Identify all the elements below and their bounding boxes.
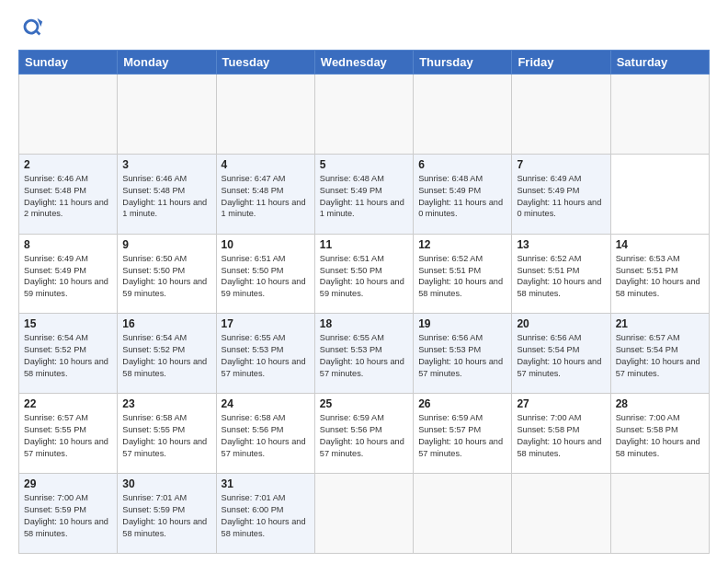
calendar-cell: 5 Sunrise: 6:48 AMSunset: 5:49 PMDayligh… [314,154,413,234]
day-number: 31 [222,477,310,490]
cell-info: Sunrise: 6:52 AMSunset: 5:51 PMDaylight:… [517,254,601,299]
cell-info: Sunrise: 6:59 AMSunset: 5:57 PMDaylight:… [418,413,503,458]
calendar-cell: 22 Sunrise: 6:57 AMSunset: 5:55 PMDaylig… [19,394,118,474]
logo [18,15,48,40]
calendar-cell [314,75,413,155]
cell-info: Sunrise: 6:54 AMSunset: 5:52 PMDaylight:… [122,333,207,378]
cell-info: Sunrise: 6:55 AMSunset: 5:53 PMDaylight:… [222,333,306,378]
day-number: 28 [616,397,704,410]
day-number: 11 [320,238,408,251]
day-number: 18 [320,317,408,330]
calendar-cell [610,474,709,554]
day-number: 26 [418,397,506,410]
day-number: 17 [222,317,310,330]
calendar-cell: 18 Sunrise: 6:55 AMSunset: 5:53 PMDaylig… [314,314,413,394]
calendar-cell: 25 Sunrise: 6:59 AMSunset: 5:56 PMDaylig… [314,394,413,474]
calendar-table: SundayMondayTuesdayWednesdayThursdayFrid… [18,50,710,554]
cell-info: Sunrise: 6:58 AMSunset: 5:55 PMDaylight:… [122,413,207,458]
calendar-cell: 14 Sunrise: 6:53 AMSunset: 5:51 PMDaylig… [610,234,709,314]
calendar-cell: 26 Sunrise: 6:59 AMSunset: 5:57 PMDaylig… [414,394,512,474]
day-number: 25 [320,397,408,410]
day-number: 16 [122,317,210,330]
day-header-saturday: Saturday [610,51,709,75]
day-header-monday: Monday [118,51,216,75]
cell-info: Sunrise: 6:49 AMSunset: 5:49 PMDaylight:… [517,174,601,219]
calendar-cell: 7 Sunrise: 6:49 AMSunset: 5:49 PMDayligh… [512,154,610,234]
calendar-cell: 15 Sunrise: 6:54 AMSunset: 5:52 PMDaylig… [19,314,118,394]
calendar-cell: 23 Sunrise: 6:58 AMSunset: 5:55 PMDaylig… [118,394,216,474]
day-header-thursday: Thursday [414,51,512,75]
day-number: 13 [517,238,605,251]
cell-info: Sunrise: 6:47 AMSunset: 5:48 PMDaylight:… [222,174,306,219]
calendar-cell: 30 Sunrise: 7:01 AMSunset: 5:59 PMDaylig… [118,474,216,554]
day-number: 30 [122,477,210,490]
calendar-header-row: SundayMondayTuesdayWednesdayThursdayFrid… [19,51,710,75]
cell-info: Sunrise: 7:01 AMSunset: 5:59 PMDaylight:… [122,493,207,538]
cell-info: Sunrise: 6:56 AMSunset: 5:53 PMDaylight:… [418,333,503,378]
cell-info: Sunrise: 6:57 AMSunset: 5:54 PMDaylight:… [616,333,700,378]
calendar-cell: 2 Sunrise: 6:46 AMSunset: 5:48 PMDayligh… [19,154,118,234]
calendar-cell [414,75,512,155]
cell-info: Sunrise: 6:54 AMSunset: 5:52 PMDaylight:… [24,333,108,378]
calendar-cell: 21 Sunrise: 6:57 AMSunset: 5:54 PMDaylig… [610,314,709,394]
cell-info: Sunrise: 6:57 AMSunset: 5:55 PMDaylight:… [24,413,108,458]
day-number: 22 [24,397,112,410]
week-row-3: 8 Sunrise: 6:49 AMSunset: 5:49 PMDayligh… [19,234,710,314]
calendar-cell [512,75,610,155]
day-header-wednesday: Wednesday [314,51,413,75]
cell-info: Sunrise: 6:52 AMSunset: 5:51 PMDaylight:… [418,254,503,299]
day-number: 2 [24,158,112,171]
calendar-cell: 12 Sunrise: 6:52 AMSunset: 5:51 PMDaylig… [414,234,512,314]
day-number: 29 [24,477,112,490]
day-number: 12 [418,238,506,251]
cell-info: Sunrise: 6:50 AMSunset: 5:50 PMDaylight:… [122,254,207,299]
calendar-cell [414,474,512,554]
week-row-6: 29 Sunrise: 7:00 AMSunset: 5:59 PMDaylig… [19,474,710,554]
day-number: 8 [24,238,112,251]
calendar-cell: 4 Sunrise: 6:47 AMSunset: 5:48 PMDayligh… [216,154,314,234]
day-number: 9 [122,238,210,251]
day-number: 15 [24,317,112,330]
day-number: 7 [517,158,605,171]
cell-info: Sunrise: 6:59 AMSunset: 5:56 PMDaylight:… [320,413,404,458]
day-number: 21 [616,317,704,330]
week-row-4: 15 Sunrise: 6:54 AMSunset: 5:52 PMDaylig… [19,314,710,394]
cell-info: Sunrise: 6:55 AMSunset: 5:53 PMDaylight:… [320,333,404,378]
calendar-cell: 6 Sunrise: 6:48 AMSunset: 5:49 PMDayligh… [414,154,512,234]
day-number: 24 [222,397,310,410]
cell-info: Sunrise: 6:49 AMSunset: 5:49 PMDaylight:… [24,254,108,299]
day-header-sunday: Sunday [19,51,118,75]
calendar-cell [610,75,709,155]
calendar-cell [216,75,314,155]
calendar-cell: 29 Sunrise: 7:00 AMSunset: 5:59 PMDaylig… [19,474,118,554]
day-number: 27 [517,397,605,410]
calendar-cell [512,474,610,554]
day-number: 3 [122,158,210,171]
page: SundayMondayTuesdayWednesdayThursdayFrid… [0,0,728,563]
day-header-tuesday: Tuesday [216,51,314,75]
cell-info: Sunrise: 6:46 AMSunset: 5:48 PMDaylight:… [24,174,108,219]
day-number: 5 [320,158,408,171]
cell-info: Sunrise: 7:00 AMSunset: 5:58 PMDaylight:… [517,413,601,458]
cell-info: Sunrise: 6:53 AMSunset: 5:51 PMDaylight:… [616,254,700,299]
cell-info: Sunrise: 6:56 AMSunset: 5:54 PMDaylight:… [517,333,601,378]
calendar-cell: 20 Sunrise: 6:56 AMSunset: 5:54 PMDaylig… [512,314,610,394]
week-row-5: 22 Sunrise: 6:57 AMSunset: 5:55 PMDaylig… [19,394,710,474]
cell-info: Sunrise: 7:00 AMSunset: 5:59 PMDaylight:… [24,493,108,538]
day-number: 19 [418,317,506,330]
week-row-2: 2 Sunrise: 6:46 AMSunset: 5:48 PMDayligh… [19,154,710,234]
calendar-cell: 8 Sunrise: 6:49 AMSunset: 5:49 PMDayligh… [19,234,118,314]
cell-info: Sunrise: 6:48 AMSunset: 5:49 PMDaylight:… [320,174,404,219]
day-number: 14 [616,238,704,251]
calendar-cell: 31 Sunrise: 7:01 AMSunset: 6:00 PMDaylig… [216,474,314,554]
calendar-cell: 28 Sunrise: 7:00 AMSunset: 5:58 PMDaylig… [610,394,709,474]
calendar-cell: 27 Sunrise: 7:00 AMSunset: 5:58 PMDaylig… [512,394,610,474]
day-number: 20 [517,317,605,330]
cell-info: Sunrise: 7:01 AMSunset: 6:00 PMDaylight:… [222,493,306,538]
logo-icon [18,15,44,40]
day-number: 4 [222,158,310,171]
cell-info: Sunrise: 6:58 AMSunset: 5:56 PMDaylight:… [222,413,306,458]
calendar-cell: 13 Sunrise: 6:52 AMSunset: 5:51 PMDaylig… [512,234,610,314]
cell-info: Sunrise: 7:00 AMSunset: 5:58 PMDaylight:… [616,413,700,458]
week-row-1 [19,75,710,155]
